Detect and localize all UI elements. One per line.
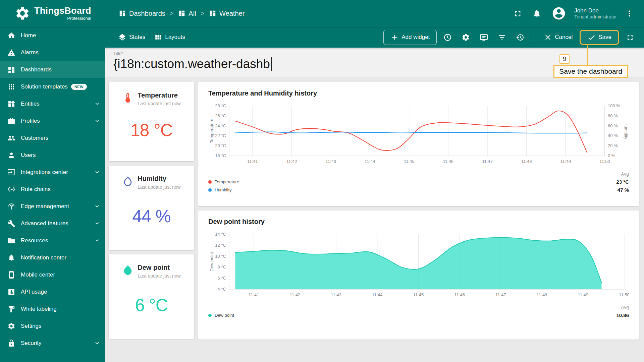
version-history-button[interactable] xyxy=(513,30,527,45)
sidebar-item-label: Rule chains xyxy=(21,186,51,193)
resources-icon xyxy=(7,237,15,245)
layouts-button[interactable]: Layouts xyxy=(154,33,185,42)
dashboard-content: Temperature Last update just now 18 °C H… xyxy=(105,78,644,362)
svg-text:11:50: 11:50 xyxy=(619,292,629,297)
sidebar-item-edge-management[interactable]: Edge management xyxy=(0,198,105,215)
user-menu-button[interactable] xyxy=(623,7,636,20)
temperature-value: 18 °C xyxy=(130,120,173,140)
svg-text:28 °C: 28 °C xyxy=(215,103,226,108)
legend-item-humidity[interactable]: Humidity xyxy=(208,187,616,192)
entity-aliases-button[interactable] xyxy=(495,30,509,45)
layouts-label: Layouts xyxy=(165,34,185,41)
advanced-features-icon xyxy=(7,220,15,228)
svg-text:11:45: 11:45 xyxy=(404,159,415,164)
dew-drop-icon xyxy=(122,264,133,276)
svg-text:6 °C: 6 °C xyxy=(218,276,226,281)
home-icon xyxy=(7,32,15,40)
svg-text:11:50: 11:50 xyxy=(599,159,610,164)
dashboards-icon xyxy=(209,10,216,17)
humidity-drop-icon xyxy=(122,176,133,187)
states-button[interactable]: States xyxy=(118,33,145,42)
toolbar-right-group: Add widget Cancel Save xyxy=(383,30,637,45)
sidebar-item-dashboards[interactable]: Dashboards xyxy=(0,61,105,78)
fullscreen-dashboard-button[interactable] xyxy=(623,30,637,45)
svg-text:11:44: 11:44 xyxy=(372,292,383,297)
sidebar-item-integrations-center[interactable]: Integrations center xyxy=(0,164,105,181)
chevron-down-icon xyxy=(94,100,101,107)
thingsboard-logo[interactable]: ThingsBoard Professional xyxy=(0,6,105,21)
sidebar-item-rule-chains[interactable]: Rule chains xyxy=(0,181,105,198)
new-badge: NEW xyxy=(71,84,87,90)
svg-text:100 %: 100 % xyxy=(608,103,620,108)
cancel-button[interactable]: Cancel xyxy=(540,31,576,44)
profiles-icon xyxy=(7,117,15,125)
chevron-down-icon xyxy=(94,340,101,347)
dew-point-card[interactable]: Dew point Last update just now 6 °C xyxy=(109,254,194,339)
svg-text:11:49: 11:49 xyxy=(560,159,571,164)
breadcrumb-item-dashboards[interactable]: Dashboards xyxy=(119,10,165,17)
sidebar-item-solution-templates[interactable]: Solution templatesNEW xyxy=(0,78,105,95)
notifications-button[interactable] xyxy=(530,7,543,20)
card-subtitle: Last update just now xyxy=(138,101,180,107)
settings-icon xyxy=(7,322,15,330)
manage-layouts-button[interactable] xyxy=(477,30,491,45)
sidebar-item-white-labeling[interactable]: White labeling xyxy=(0,300,105,317)
avg-value: 10.86 xyxy=(616,312,629,318)
sidebar-item-mobile-center[interactable]: Mobile center xyxy=(0,266,105,283)
sidebar-item-security[interactable]: Security xyxy=(0,335,105,352)
sidebar-item-entities[interactable]: Entities xyxy=(0,95,105,112)
sidebar-item-label: Alarms xyxy=(21,49,39,56)
edge-management-icon xyxy=(7,202,15,210)
dashboard-settings-button[interactable] xyxy=(459,30,473,45)
sidebar-item-api-usage[interactable]: API usage xyxy=(0,283,105,300)
svg-text:11:47: 11:47 xyxy=(482,159,493,164)
sidebar-item-home[interactable]: Home xyxy=(0,27,105,44)
brand-name: ThingsBoard xyxy=(34,6,91,15)
states-icon xyxy=(118,33,126,42)
security-icon xyxy=(7,339,15,347)
users-icon xyxy=(7,151,15,159)
plus-icon xyxy=(390,33,399,42)
temperature-humidity-chart[interactable]: 11:4111:4211:4311:4411:4511:4611:4711:48… xyxy=(208,102,629,167)
sidebar-item-advanced-features[interactable]: Advanced features xyxy=(0,215,105,232)
humidity-card[interactable]: Humidity Last update just now 44 % xyxy=(109,166,194,250)
svg-text:11:42: 11:42 xyxy=(290,292,301,297)
chevron-down-icon xyxy=(94,220,101,227)
dew-point-chart[interactable]: 11:4111:4211:4311:4411:4511:4611:4711:48… xyxy=(208,230,629,301)
sidebar-item-users[interactable]: Users xyxy=(0,146,105,164)
dashboards-icon xyxy=(119,10,126,17)
sidebar-item-settings[interactable]: Settings xyxy=(0,317,105,335)
card-title: Humidity xyxy=(138,175,180,183)
text-cursor xyxy=(271,57,272,71)
sidebar-item-profiles[interactable]: Profiles xyxy=(0,112,105,129)
temperature-card[interactable]: Temperature Last update just now 18 °C xyxy=(109,82,194,161)
check-icon xyxy=(587,33,596,42)
dashboards-icon xyxy=(7,66,15,74)
legend-dot xyxy=(208,314,212,317)
avg-column-label: Avg xyxy=(616,171,629,177)
svg-text:8 °C: 8 °C xyxy=(218,264,226,269)
svg-text:Temperature: Temperature xyxy=(209,119,214,143)
breadcrumb-item-all[interactable]: All xyxy=(178,10,196,17)
svg-text:11:45: 11:45 xyxy=(413,292,424,297)
avg-value: 23 °C xyxy=(616,179,629,185)
chevron-down-icon xyxy=(94,237,101,244)
save-button[interactable]: Save xyxy=(580,30,619,45)
sidebar-item-customers[interactable]: Customers xyxy=(0,129,105,146)
avatar[interactable] xyxy=(549,4,568,23)
legend-item-temperature[interactable]: Temperature xyxy=(208,179,616,184)
user-block[interactable]: John Doe Tenant administrator xyxy=(574,7,617,20)
thermometer-icon xyxy=(122,92,133,104)
breadcrumb-item-weather[interactable]: Weather xyxy=(209,10,245,17)
header-actions: John Doe Tenant administrator xyxy=(511,4,644,23)
legend-item-dew-point[interactable]: Dew point xyxy=(208,313,616,318)
api-usage-icon xyxy=(7,288,15,296)
add-widget-button[interactable]: Add widget xyxy=(383,30,437,45)
svg-text:20 °C: 20 °C xyxy=(215,143,226,148)
dew-point-value: 6 °C xyxy=(135,295,168,315)
sidebar-item-alarms[interactable]: Alarms xyxy=(0,44,105,61)
sidebar-item-notification-center[interactable]: Notification center xyxy=(0,249,105,266)
fullscreen-header-button[interactable] xyxy=(511,7,524,20)
timewindow-button[interactable] xyxy=(440,30,455,45)
sidebar-item-resources[interactable]: Resources xyxy=(0,232,105,249)
